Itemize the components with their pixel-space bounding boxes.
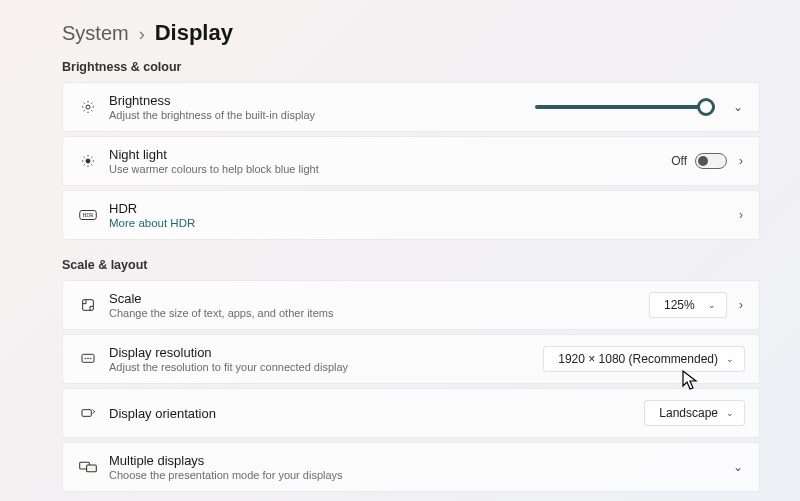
orientation-dropdown[interactable]: Landscape ⌄ [644, 400, 745, 426]
orientation-icon [75, 405, 101, 421]
row-scale[interactable]: Scale Change the size of text, apps, and… [62, 280, 760, 330]
chevron-right-icon[interactable]: › [737, 154, 745, 168]
row-subtitle: Choose the presentation mode for your di… [109, 469, 731, 481]
row-night-light[interactable]: Night light Use warmer colours to help b… [62, 136, 760, 186]
toggle-state-label: Off [671, 154, 687, 168]
dropdown-value: 1920 × 1080 (Recommended) [558, 352, 718, 366]
resolution-icon [75, 351, 101, 367]
svg-point-0 [86, 105, 90, 109]
row-subtitle: Change the size of text, apps, and other… [109, 307, 649, 319]
row-resolution[interactable]: Display resolution Adjust the resolution… [62, 334, 760, 384]
row-subtitle: Adjust the brightness of the built-in di… [109, 109, 535, 121]
row-title: Brightness [109, 93, 535, 108]
svg-rect-9 [82, 410, 91, 417]
chevron-right-icon[interactable]: › [737, 208, 745, 222]
chevron-down-icon: ⌄ [726, 354, 734, 364]
hdr-more-link[interactable]: More about HDR [109, 217, 737, 229]
section-title-scale-layout: Scale & layout [62, 258, 760, 272]
breadcrumb-parent[interactable]: System [62, 22, 129, 45]
hdr-icon: HDR [75, 209, 101, 221]
dropdown-value: Landscape [659, 406, 718, 420]
svg-point-1 [86, 159, 90, 163]
section-title-brightness-colour: Brightness & colour [62, 60, 760, 74]
svg-point-8 [90, 358, 91, 359]
row-subtitle: Adjust the resolution to fit your connec… [109, 361, 543, 373]
svg-rect-4 [83, 300, 94, 311]
row-multiple-displays[interactable]: Multiple displays Choose the presentatio… [62, 442, 760, 492]
row-title: Display orientation [109, 406, 644, 421]
row-orientation[interactable]: Display orientation Landscape ⌄ [62, 388, 760, 438]
resolution-dropdown[interactable]: 1920 × 1080 (Recommended) ⌄ [543, 346, 745, 372]
toggle-off-icon [695, 153, 727, 169]
row-title: Display resolution [109, 345, 543, 360]
chevron-right-icon[interactable]: › [737, 298, 745, 312]
chevron-down-icon: ⌄ [726, 408, 734, 418]
svg-text:HDR: HDR [82, 212, 94, 218]
scale-icon [75, 297, 101, 313]
row-brightness[interactable]: Brightness Adjust the brightness of the … [62, 82, 760, 132]
svg-point-7 [88, 358, 89, 359]
row-title: Night light [109, 147, 671, 162]
row-title: HDR [109, 201, 737, 216]
chevron-down-icon: ⌄ [708, 300, 716, 310]
night-light-toggle[interactable]: Off [671, 153, 727, 169]
svg-point-6 [85, 358, 86, 359]
chevron-down-icon[interactable]: ⌄ [731, 460, 745, 474]
brightness-slider[interactable] [535, 105, 715, 109]
breadcrumb: System › Display [62, 20, 760, 46]
dropdown-value: 125% [664, 298, 695, 312]
row-title: Multiple displays [109, 453, 731, 468]
row-title: Scale [109, 291, 649, 306]
night-light-icon [75, 153, 101, 169]
scale-dropdown[interactable]: 125% ⌄ [649, 292, 727, 318]
page-title: Display [155, 20, 233, 46]
chevron-down-icon[interactable]: ⌄ [731, 100, 745, 114]
svg-rect-11 [87, 465, 97, 472]
row-subtitle: Use warmer colours to help block blue li… [109, 163, 671, 175]
chevron-right-icon: › [139, 24, 145, 45]
brightness-icon [75, 99, 101, 115]
multiple-displays-icon [75, 459, 101, 475]
row-hdr[interactable]: HDR HDR More about HDR › [62, 190, 760, 240]
